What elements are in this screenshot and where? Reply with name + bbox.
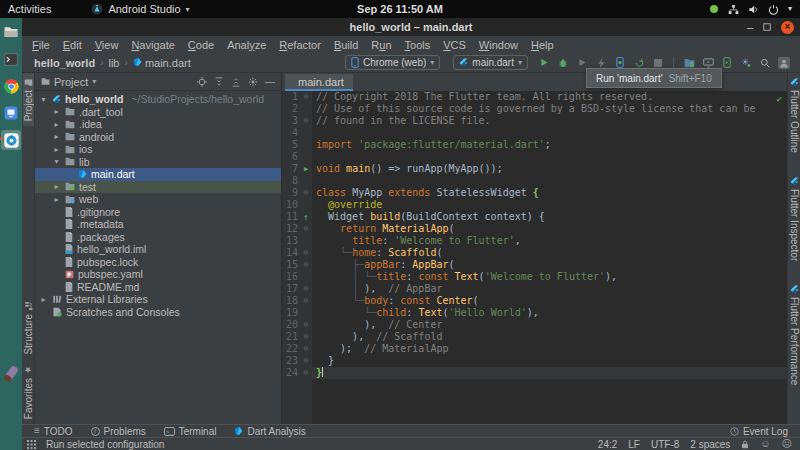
menu-item-window[interactable]: Window [479,39,518,51]
code-line[interactable]: 16 │ └─title: const Text('Welcome to Flu… [282,271,787,283]
tree-item-readme-md[interactable]: README.md [35,281,281,294]
code-line[interactable]: 8 [282,175,787,187]
tree-item-hello-world[interactable]: ▾hello_world~/StudioProjects/hello_world [35,93,281,106]
tree-chevron-icon[interactable]: ▸ [52,195,61,204]
project-panel-title[interactable]: Project [54,76,88,88]
code-line[interactable]: 7▶void main() => runApp(MyApp()); [282,163,787,175]
happy-icon[interactable]: ☺ [760,439,770,449]
tool-button-problems[interactable]: !Problems [91,426,146,437]
tool-window-grid-icon[interactable] [27,440,36,449]
code-line[interactable]: 17⊖ │ ), // AppBar [282,283,787,295]
run-button[interactable] [536,55,552,70]
run-config-selector[interactable]: main.dart▾ [453,55,528,70]
tree-item-web[interactable]: ▸web [35,193,281,206]
system-tray[interactable]: ▾ [709,4,792,15]
menu-item-analyze[interactable]: Analyze [227,39,266,51]
tool-button-dart-analysis[interactable]: Dart Analysis [234,426,305,437]
search-button[interactable] [757,55,773,70]
menu-item-refactor[interactable]: Refactor [279,39,321,51]
code-line[interactable]: 6 [282,151,787,163]
menu-item-vcs[interactable]: VCS [443,39,466,51]
tree-chevron-icon[interactable]: ▸ [52,182,61,191]
chevron-down-icon[interactable]: ▾ [92,77,96,86]
breadcrumb-hello_world[interactable]: hello_world [34,57,95,69]
status-line-separator[interactable]: LF [628,439,640,450]
menu-item-tools[interactable]: Tools [405,39,431,51]
tree-item-pubspec-lock[interactable]: pubspec.lock [35,256,281,269]
tree-chevron-icon[interactable]: ▾ [52,157,61,166]
code-line[interactable]: 15⊖ ├─appBar: AppBar( [282,259,787,271]
collapse-all-icon[interactable] [231,77,241,87]
caret-down-icon[interactable]: ▾ [788,5,792,13]
tree-chevron-icon[interactable]: ▾ [39,95,48,104]
tree-chevron-icon[interactable]: ▸ [52,145,61,154]
code-line[interactable]: 11↑ Widget build(BuildContext context) { [282,211,787,223]
status-caret-position[interactable]: 24:2 [598,439,617,450]
menu-item-run[interactable]: Run [371,39,391,51]
gear-icon[interactable] [248,77,258,87]
tree-chevron-icon[interactable]: ▸ [39,295,48,304]
menu-item-file[interactable]: File [32,39,50,51]
volume-icon[interactable] [748,4,759,15]
code-line[interactable]: 12⊖ return MaterialApp( [282,223,787,235]
network-icon[interactable] [728,4,739,15]
avatar-button[interactable] [776,55,792,70]
code-line[interactable]: 13 title: 'Welcome to Flutter', [282,235,787,247]
menu-item-edit[interactable]: Edit [63,39,82,51]
dock-item-files[interactable] [1,22,21,42]
stripe-tab-flutter-performance[interactable]: Flutter Performance [789,280,800,390]
activities-button[interactable]: Activities [8,3,51,15]
tree-item--idea[interactable]: ▸.idea [35,118,281,131]
app-menu[interactable]: Android Studio ▾ [91,3,189,15]
dock-item-terminal-app[interactable] [1,49,21,69]
tree-item-lib[interactable]: ▾lib [35,156,281,169]
tree-item-hello-world-iml[interactable]: hello_world.iml [35,243,281,256]
tab-main-dart[interactable]: main.dart [285,74,353,91]
power-icon[interactable] [768,4,779,15]
tree-item-test[interactable]: ▸test [35,181,281,194]
code-line[interactable]: 18⊖ └─body: const Center( [282,295,787,307]
code-line[interactable]: 2// Use of this source code is governed … [282,103,787,115]
debug-button[interactable] [555,55,571,70]
breadcrumb-main-dart[interactable]: main.dart [133,57,191,69]
tree-item-scratches-and-consoles[interactable]: Scratches and Consoles [35,306,281,319]
tree-chevron-icon[interactable]: ▸ [52,132,61,141]
stripe-tab-flutter-outline[interactable]: Flutter Outline [789,73,800,158]
override-gutter-icon[interactable]: ↑ [303,212,308,222]
tree-item--packages[interactable]: .packages [35,231,281,244]
tree-item-main-dart[interactable]: main.dart [35,168,281,181]
run-gutter-icon[interactable]: ▶ [304,165,308,173]
code-line[interactable]: 3⊖// found in the LICENSE file. [282,115,787,127]
stripe-tab-favorites[interactable]: Favorites★ [23,360,34,424]
breadcrumb-lib[interactable]: lib [108,57,119,69]
tree-chevron-icon[interactable]: ▸ [52,107,61,116]
sad-icon[interactable]: ☹ [782,439,792,449]
tree-item-external-libraries[interactable]: ▸External Libraries [35,293,281,306]
tool-button-todo[interactable]: ≡TODO [34,426,73,437]
device-selector[interactable]: Chrome (web)▾ [345,55,440,70]
tree-item-ios[interactable]: ▸ios [35,143,281,156]
code-line[interactable]: 20⊖ ), // Center [282,319,787,331]
status-indent-setting[interactable]: 2 spaces [690,439,730,450]
tree-item-pubspec-yaml[interactable]: pubspec.yaml [35,268,281,281]
tool-button-event-log[interactable]: Event Log [730,426,788,437]
locate-icon[interactable] [197,77,207,87]
hide-icon[interactable]: — [265,77,275,87]
lock-icon[interactable] [741,440,749,449]
menu-item-navigate[interactable]: Navigate [131,39,174,51]
code-line[interactable]: 23⊖ } [282,355,787,367]
indicator-icon[interactable] [709,4,719,14]
menu-item-build[interactable]: Build [334,39,358,51]
close-button[interactable]: × [781,21,794,34]
tree-item-android[interactable]: ▸android [35,131,281,144]
maximize-button[interactable] [763,23,771,31]
stripe-tab-structure[interactable]: Structure [23,297,34,360]
code-line[interactable]: 21⊖ ), // Scaffold [282,331,787,343]
status-message[interactable]: Run selected configuration [46,439,164,450]
code-editor[interactable]: ✔ 1⊖// Copyright 2018 The Flutter team. … [282,91,787,424]
code-line[interactable]: 5import 'package:flutter/material.dart'; [282,139,787,151]
code-line[interactable]: 19 └─child: Text('Hello World'), [282,307,787,319]
stripe-tab-flutter-inspector[interactable]: Flutter Inspector [789,172,800,266]
code-line[interactable]: 22⊖ ); // MaterialApp [282,343,787,355]
tree-item--metadata[interactable]: .metadata [35,218,281,231]
